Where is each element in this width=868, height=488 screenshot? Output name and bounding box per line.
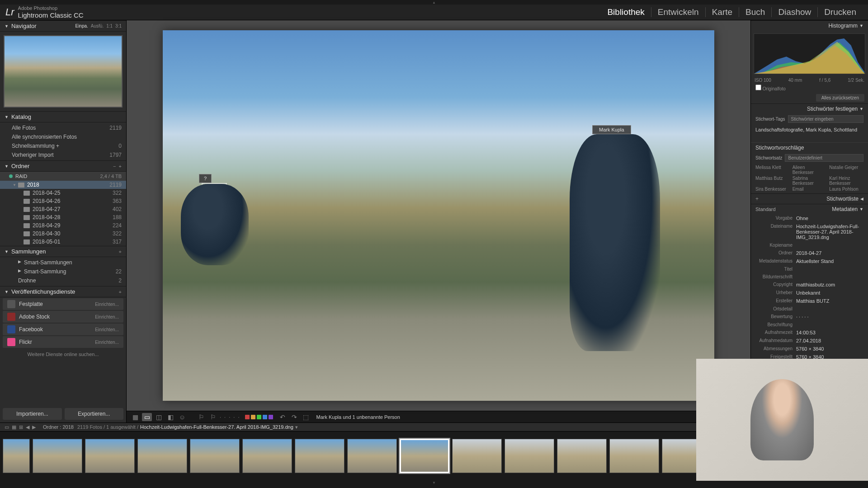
people-view-icon[interactable]: ☺ <box>177 413 187 421</box>
keyword-suggestion[interactable]: Laura Pohlson <box>829 187 863 192</box>
volume-raid[interactable]: RAID 2,4 / 4 TB <box>0 172 126 181</box>
keyword-suggestion[interactable]: Aileen Benkesser <box>793 165 827 175</box>
meta-vorgabe[interactable]: VorgabeOhne <box>751 214 868 222</box>
original-checkbox[interactable] <box>755 84 761 90</box>
setup-button[interactable]: Einrichten... <box>95 314 119 319</box>
loupe-view-icon[interactable]: ▭ <box>142 413 152 421</box>
katalog-all[interactable]: Alle Fotos2119 <box>0 123 126 132</box>
keyword-suggestion[interactable]: Melissa Klett <box>755 165 790 175</box>
nav-buch[interactable]: Buch <box>739 7 772 17</box>
meta-titel[interactable]: Titel <box>751 265 868 273</box>
ordner-header[interactable]: ▼ Ordner − + <box>0 160 126 172</box>
second-monitor-2-icon[interactable]: ▦ <box>12 424 16 430</box>
thumb-selected[interactable] <box>400 439 449 473</box>
face-tag-named[interactable]: Mark Kupla <box>592 125 631 134</box>
reset-button[interactable]: Alles zurücksetzen <box>816 94 864 102</box>
katalog-sync[interactable]: Alle synchronisierten Fotos <box>0 132 126 141</box>
face-detect-icon[interactable]: ⬚ <box>301 413 311 421</box>
meta-ordner[interactable]: Ordner2018-04-27 <box>751 249 868 257</box>
grid-view-icon[interactable]: ▦ <box>130 413 140 421</box>
color-red[interactable] <box>245 415 250 419</box>
add-pub-icon[interactable]: + <box>119 289 122 295</box>
nav-diashow[interactable]: Diashow <box>772 7 818 17</box>
path-text[interactable]: Ordner : 2018 <box>43 424 74 430</box>
flag-pick-icon[interactable]: ⚐ <box>196 413 206 421</box>
add-collection-icon[interactable]: + <box>119 249 122 254</box>
keyword-suggestion[interactable]: Natalie Geiger <box>829 165 863 175</box>
thumb[interactable] <box>190 439 240 473</box>
keyword-suggestion[interactable]: Sira Benkesser <box>755 187 790 192</box>
katalog-prev[interactable]: Vorheriger Import1797 <box>0 150 126 160</box>
face-tag-unknown[interactable]: ? <box>199 174 212 183</box>
ordner-actions[interactable]: − + <box>113 164 122 169</box>
folder-2018-04-28[interactable]: 2018-04-28188 <box>0 213 126 221</box>
folder-2018-04-29[interactable]: 2018-04-29224 <box>0 221 126 230</box>
katalog-quick[interactable]: Schnellsammlung +0 <box>0 141 126 150</box>
thumb[interactable] <box>505 439 554 473</box>
folder-2018-04-30[interactable]: 2018-04-30322 <box>0 230 126 238</box>
keyword-suggestion[interactable]: Sabrina Benkesser <box>793 176 827 186</box>
keywords-header[interactable]: Stichwörter festlegen▼ <box>751 103 868 114</box>
folder-2018-04-27[interactable]: 2018-04-27402 <box>0 205 126 213</box>
navigator-image[interactable] <box>4 35 123 108</box>
color-yellow[interactable] <box>251 415 255 419</box>
keyword-set-dropdown[interactable]: Benutzerdefiniert <box>785 154 863 162</box>
smart-collections[interactable]: ▶Smart-Sammlungen <box>0 258 126 267</box>
thumb[interactable] <box>609 439 659 473</box>
filename-dropdown-icon[interactable]: ▾ <box>295 424 298 430</box>
color-blue[interactable] <box>263 415 267 419</box>
histogram-header[interactable]: Histogramm▼ <box>751 20 868 31</box>
meta-aufnahmedatum[interactable]: Aufnahmedatum27.04.2018 <box>751 337 868 345</box>
rotate-left-icon[interactable]: ↶ <box>278 413 288 421</box>
meta-beschriftung[interactable]: Beschriftung <box>751 321 868 328</box>
zoom-1-1[interactable]: 1:1 <box>106 23 113 28</box>
color-green[interactable] <box>257 415 261 419</box>
meta-abmessungen[interactable]: Abmessungen5760 × 3840 <box>751 345 868 353</box>
smart-collection[interactable]: ▶Smart-Sammlung22 <box>0 267 126 276</box>
meta-bewertung[interactable]: Bewertung· · · · · <box>751 313 868 321</box>
pub-festplatte[interactable]: FestplatteEinrichten... <box>3 298 123 310</box>
setup-button[interactable]: Einrichten... <box>95 302 119 307</box>
nav-karte[interactable]: Karte <box>706 7 739 17</box>
setup-button[interactable]: Einrichten... <box>95 327 119 332</box>
thumb[interactable] <box>557 439 607 473</box>
nav-back-icon[interactable]: ◀ <box>26 424 29 430</box>
image-viewport[interactable]: ? Mark Kupla <box>127 20 750 411</box>
thumb[interactable] <box>85 439 135 473</box>
pub-header[interactable]: ▼ Veröffentlichungsdienste + <box>0 286 126 297</box>
thumb[interactable] <box>452 439 502 473</box>
zoom-fit[interactable]: Einpa. <box>75 23 88 28</box>
bottom-collapse-handle[interactable]: ▼ <box>0 480 868 485</box>
keyword-list-header[interactable]: +Stichwortliste◀ <box>751 193 868 204</box>
thumb[interactable] <box>242 439 292 473</box>
suggestions-header[interactable]: Stichwortvorschläge <box>751 142 868 153</box>
meta-metadatenstatus[interactable]: MetadatenstatusAktuellster Stand <box>751 257 868 265</box>
meta-ersteller[interactable]: ErstellerMatthias BUTZ <box>751 297 868 305</box>
pub-more-link[interactable]: Weitere Dienste online suchen... <box>0 349 126 360</box>
meta-bildunterschrift[interactable]: Bildunterschrift <box>751 273 868 281</box>
thumb[interactable] <box>137 439 187 473</box>
meta-kopiename[interactable]: Kopiename <box>751 241 868 249</box>
folder-2018-04-25[interactable]: 2018-04-25322 <box>0 189 126 197</box>
katalog-header[interactable]: ▼ Katalog <box>0 111 126 122</box>
nav-bibliothek[interactable]: Bibliothek <box>601 7 651 17</box>
thumb[interactable] <box>295 439 344 473</box>
zoom-fill[interactable]: Ausfü. <box>91 23 104 28</box>
navigator-header[interactable]: ▼ Navigator Einpa. Ausfü. 1:1 3:1 <box>0 20 126 32</box>
histogram-view[interactable] <box>754 33 865 74</box>
sammlungen-header[interactable]: ▼ Sammlungen + <box>0 246 126 257</box>
meta-copyright[interactable]: Copyrightmatthiasbutz.com <box>751 281 868 289</box>
folder-2018[interactable]: ▼ 20182119 <box>0 181 126 189</box>
nav-entwickeln[interactable]: Entwickeln <box>651 7 706 17</box>
nav-drucken[interactable]: Drucken <box>818 7 863 17</box>
pub-flickr[interactable]: FlickrEinrichten... <box>3 336 123 348</box>
meta-dateiname[interactable]: DateinameHochzeit-Ludwigshafen-Full-Benk… <box>751 222 868 241</box>
top-collapse-handle[interactable]: ▲ <box>0 0 868 5</box>
folder-2018-05-01[interactable]: 2018-05-01317 <box>0 238 126 246</box>
meta-ortsdetail[interactable]: Ortsdetail <box>751 305 868 313</box>
flag-reject-icon[interactable]: ⚐ <box>208 413 218 421</box>
folder-2018-04-26[interactable]: 2018-04-26363 <box>0 197 126 205</box>
thumb[interactable] <box>347 439 397 473</box>
meta-aufnahmezeit[interactable]: Aufnahmezeit14:00:53 <box>751 328 868 337</box>
thumb[interactable] <box>33 439 82 473</box>
